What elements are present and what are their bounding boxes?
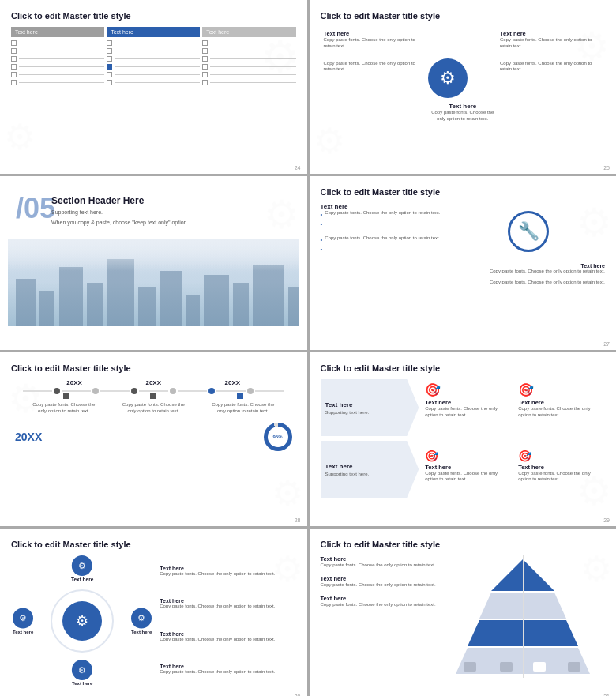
s4-bullet: • Copy paste fonts. Choose the only opti… <box>321 210 446 218</box>
slide-6-title: Click to edit Master title style <box>321 363 606 373</box>
icon-circle-bottom: ⚙ <box>72 660 92 680</box>
grid-title-3: Text here <box>425 464 509 471</box>
slide-1: ⚙ ⚙ Click to edit Master title style Tex… <box>0 0 307 174</box>
s2-left: Text here Copy paste fonts. Choose the o… <box>321 27 429 153</box>
section-header: Section Header Here Supporting text here… <box>51 195 188 227</box>
col-header-2: Text here <box>107 27 200 37</box>
row <box>11 80 104 85</box>
bullet-dot: • <box>321 211 323 218</box>
slide-4-content: Text here • Copy paste fonts. Choose the… <box>321 203 606 329</box>
s7-item-bottom: ⚙ Text here <box>72 660 92 686</box>
s2-right: Text here Copy paste fonts. Choose the o… <box>497 27 605 153</box>
slide-1-title: Click to edit Master title style <box>11 11 296 21</box>
s8-left: Text here Copy paste fonts. Choose the o… <box>321 555 440 686</box>
slide-2: ⚙ ⚙ Click to edit Master title style Tex… <box>310 0 617 174</box>
line <box>115 74 200 75</box>
s4-right: 🔧 Text here Copy paste fonts. Choose the… <box>452 203 605 329</box>
row <box>11 56 104 62</box>
timeline-desc-1: Copy paste fonts. Choose the only option… <box>32 402 96 415</box>
line <box>19 58 104 59</box>
checkbox <box>107 56 112 62</box>
s8-item-1: Text here Copy paste fonts. Choose the o… <box>321 555 436 569</box>
s7-item-top: ⚙ Text here <box>71 555 93 582</box>
checkbox <box>107 80 112 85</box>
s8-text-1: Copy paste fonts. Choose the only option… <box>321 562 436 569</box>
arrow-sub-1: Supporting text here. <box>325 410 411 415</box>
section-header-title: Section Header Here <box>51 195 188 206</box>
bullet-dot: • <box>321 220 323 228</box>
wrench-icon: 🔧 <box>518 221 539 242</box>
bullet-dot: • <box>321 246 323 253</box>
year-label-1: 20XX <box>66 379 82 386</box>
timeline-bar <box>11 388 296 394</box>
s4-right-bullet: Copy paste fonts. Choose the only option… <box>490 269 605 275</box>
timeline-line <box>255 390 284 392</box>
slide-3: ⚙ /05 Section Header Here Supporting tex… <box>0 176 307 350</box>
s7-text-2: Text here Copy paste fonts. Choose the o… <box>160 598 295 610</box>
arrow-title-2: Text here <box>325 463 411 470</box>
s2-bottom: Text here Copy paste fonts. Choose the o… <box>428 103 497 122</box>
s7-top-title: Text here <box>71 577 93 582</box>
section-number: /05 <box>16 192 55 225</box>
col-header-1: Text here <box>11 27 104 37</box>
slides-grid: ⚙ ⚙ Click to edit Master title style Tex… <box>0 0 616 696</box>
s7-text-sub-1: Copy paste fonts. Choose the only option… <box>160 571 295 577</box>
s2-box-br-text: Copy paste fonts. Choose the only option… <box>500 61 602 73</box>
s7-text-title-1: Text here <box>160 566 295 571</box>
slide-6-content: Text here Supporting text here. Text her… <box>321 379 606 510</box>
icon-circle-left: ⚙ <box>13 608 33 628</box>
checkbox <box>11 64 17 70</box>
s7-bottom-title: Text here <box>72 681 92 686</box>
slide-4-num: 27 <box>603 341 610 347</box>
line <box>115 43 200 43</box>
row <box>11 40 104 46</box>
icon-circle-right: ⚙ <box>131 608 152 628</box>
checkbox <box>202 48 208 54</box>
timeline-line <box>139 390 168 392</box>
s7-text-sub-4: Copy paste fonts. Choose the only option… <box>160 669 295 675</box>
s7-text-title-3: Text here <box>160 631 295 637</box>
timeline-line <box>62 390 91 392</box>
s4-bullet: • <box>321 245 446 253</box>
timeline-dot-blue <box>208 388 215 394</box>
checkbox <box>202 40 208 46</box>
s7-ring <box>51 589 114 653</box>
line <box>210 43 295 43</box>
slide-1-num: 24 <box>295 165 301 171</box>
line <box>19 66 104 67</box>
s4-left-lower: • Copy paste fonts. Choose the only opti… <box>321 235 446 253</box>
slide-5-content: 20XX 20XX 20XX <box>11 379 296 510</box>
checkbox-filled <box>107 64 112 70</box>
row <box>107 40 200 46</box>
s8-title-1: Text here <box>321 555 436 562</box>
slide-7: ⚙ Click to edit Master title style ⚙ Tex… <box>0 529 307 696</box>
s7-text-sub-3: Copy paste fonts. Choose the only option… <box>160 637 295 643</box>
timeline-line <box>216 390 246 392</box>
grid-item-1: 🎯 Text here Copy paste fonts. Choose the… <box>422 379 512 443</box>
slide-5-num: 28 <box>295 517 301 523</box>
timeline-desc-2: Copy paste fonts. Choose the only option… <box>122 402 185 415</box>
slide-2-content: Text here Copy paste fonts. Choose the o… <box>321 27 606 153</box>
section-sub1: Supporting text here. <box>51 209 188 216</box>
icon-box-2 <box>500 662 513 672</box>
gear-icon: ⚙ <box>440 68 456 88</box>
slide-1-header: Text here Text here Text here <box>11 27 296 37</box>
checkbox <box>202 80 208 85</box>
arrow-sub-2: Supporting text here. <box>325 472 411 476</box>
s6-right: 🎯 Text here Copy paste fonts. Choose the… <box>422 379 605 510</box>
row <box>107 72 200 77</box>
timeline-dot <box>131 388 137 394</box>
checkbox <box>202 56 208 62</box>
section-sub2: When you copy & paste, choose "keep text… <box>51 219 188 227</box>
bullet-dot: • <box>321 236 323 243</box>
s2-box-tr: Text here Copy paste fonts. Choose the o… <box>497 27 605 53</box>
col-2 <box>107 40 200 88</box>
s4-bullet: • Copy paste fonts. Choose the only opti… <box>321 235 446 243</box>
checkbox <box>11 48 17 54</box>
s2-box-tr-title: Text here <box>500 30 602 37</box>
slide-1-table: Text here Text here Text here <box>11 27 296 88</box>
slide-4: ⚙ Click to edit Master title style Text … <box>310 176 617 350</box>
city-image <box>8 239 299 326</box>
slide-8-title: Click to edit Master title style <box>321 540 606 549</box>
s8-title-3: Text here <box>321 595 436 602</box>
